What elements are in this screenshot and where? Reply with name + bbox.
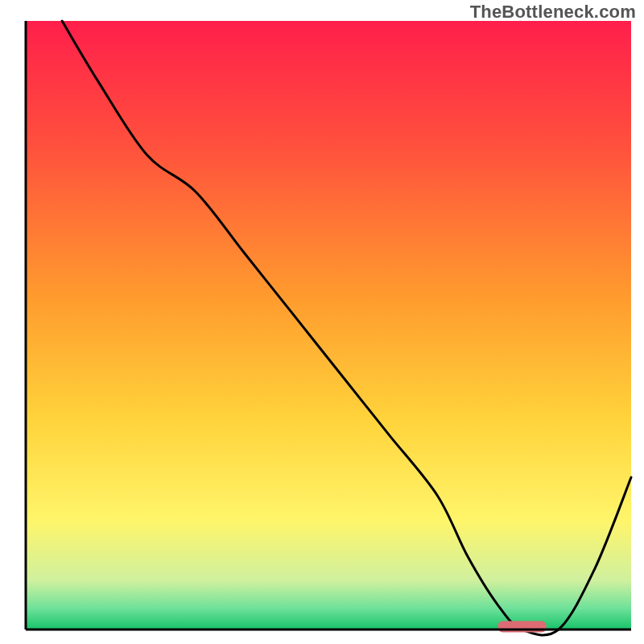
watermark-text: TheBottleneck.com xyxy=(470,2,636,23)
chart-container: TheBottleneck.com xyxy=(0,0,644,644)
bottleneck-chart-svg xyxy=(0,0,644,644)
